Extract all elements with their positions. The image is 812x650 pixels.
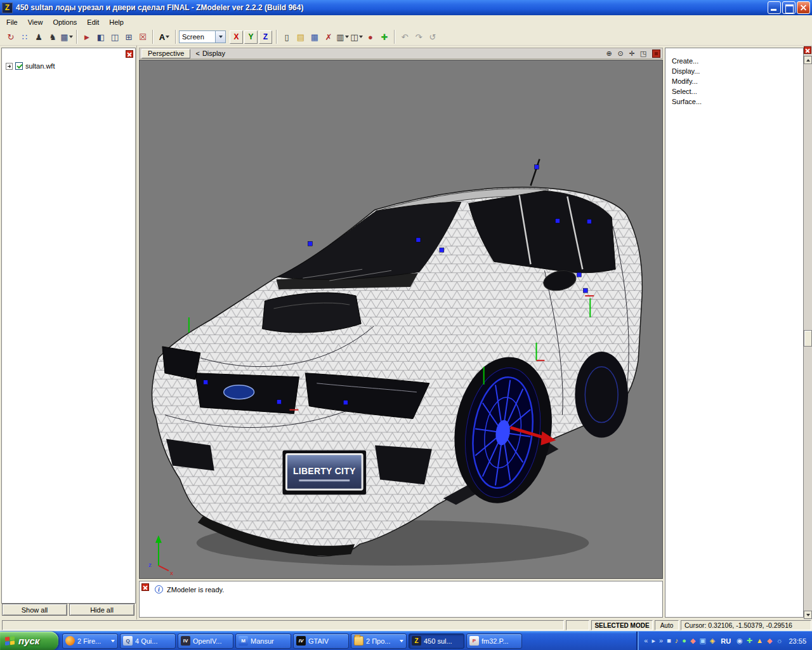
antivirus-icon[interactable]: ◆ <box>690 637 695 644</box>
viewport-delete-button[interactable]: ☒ <box>136 30 150 44</box>
zoom-select-icon[interactable]: ⊙ <box>615 49 625 58</box>
windows-taskbar: пуск 2 Fire... Q 4 Qui... IV OpenIV... M… <box>0 631 812 650</box>
paste-button[interactable]: ▥ <box>336 30 350 44</box>
scroll-up-icon[interactable] <box>804 56 812 64</box>
tray-app-5-icon[interactable]: ☼ <box>776 637 782 644</box>
taskbar-button-zmodeler-active[interactable]: Z 450 sul... <box>409 633 464 649</box>
commands-list: Create... Display... Modify... Select...… <box>665 48 804 618</box>
menu-view[interactable]: View <box>23 17 48 28</box>
menu-display[interactable]: Display... <box>665 66 803 76</box>
tray-app-1-icon[interactable]: ◉ <box>737 637 743 644</box>
menu-select[interactable]: Select... <box>665 86 803 96</box>
menu-help[interactable]: Help <box>104 17 129 28</box>
marker-tool-button[interactable]: ► <box>80 30 94 44</box>
undo-button[interactable]: ↶ <box>398 30 412 44</box>
car-model[interactable]: LIBERTY CITY <box>152 159 643 557</box>
messenger-icon[interactable]: ● <box>682 637 686 644</box>
license-plate-text: LIBERTY CITY <box>293 466 356 476</box>
axis-z-button[interactable]: Z <box>259 30 272 44</box>
start-button[interactable]: пуск <box>0 632 58 650</box>
pan-icon[interactable]: ✛ <box>627 49 637 58</box>
panel-close-icon[interactable] <box>804 46 811 54</box>
taskbar-button-openiv[interactable]: IV OpenIV... <box>178 633 233 649</box>
viewport-3d-canvas[interactable]: LIBERTY CITY <box>140 60 662 578</box>
media-forward-icon[interactable]: » <box>659 637 663 644</box>
bone-tool-button[interactable]: ♟ <box>32 30 46 44</box>
perspective-button[interactable]: Perspective <box>141 49 190 58</box>
tray-app-3-icon[interactable]: ▲ <box>756 637 763 644</box>
perspective-viewport[interactable]: LIBERTY CITY <box>139 60 663 579</box>
right-scrollbar[interactable] <box>804 46 812 620</box>
expand-plus-icon[interactable] <box>6 63 13 70</box>
scrollbar-thumb[interactable] <box>804 330 812 347</box>
history-button[interactable]: ↺ <box>426 30 440 44</box>
axis-y-button[interactable]: Y <box>244 30 258 44</box>
hide-all-button[interactable]: Hide all <box>69 604 134 616</box>
menu-create[interactable]: Create... <box>665 56 803 66</box>
figure-tool-button[interactable]: ♞ <box>46 30 60 44</box>
close-button[interactable] <box>797 1 810 14</box>
toolbar-separator <box>76 30 77 44</box>
dropdown-arrow-icon[interactable] <box>215 31 225 43</box>
new-file-button[interactable]: ▯ <box>280 30 294 44</box>
menu-modify[interactable]: Modify... <box>665 76 803 86</box>
grid-snap-button[interactable]: ▦ <box>60 30 74 44</box>
menu-options[interactable]: Options <box>48 17 82 28</box>
scene-tree[interactable]: sultan.wft <box>1 48 136 604</box>
display-menu-label[interactable]: Display <box>202 50 225 57</box>
save-file-button[interactable]: ▦ <box>308 30 322 44</box>
redo-button[interactable]: ↷ <box>412 30 426 44</box>
view-back-arrow[interactable]: < <box>195 50 199 57</box>
taskbar-button-qui[interactable]: Q 4 Qui... <box>120 633 176 649</box>
menu-edit[interactable]: Edit <box>82 17 104 28</box>
tray-app-4-icon[interactable]: ◆ <box>767 637 772 644</box>
zoom-in-icon[interactable]: ⊕ <box>604 49 614 58</box>
visibility-checkbox[interactable] <box>15 62 23 70</box>
delete-x-icon: ✗ <box>325 33 332 41</box>
taskbar-button-mansur[interactable]: M Mansur <box>235 633 291 649</box>
maximize-button[interactable] <box>782 1 796 14</box>
language-indicator[interactable]: RU <box>719 637 733 645</box>
menu-file[interactable]: File <box>1 17 23 28</box>
taskbar-button-folder-group[interactable]: 2 Про... <box>351 633 407 649</box>
viewport-quad-button[interactable]: ⊞ <box>122 30 136 44</box>
maximize-view-icon[interactable]: ◳ <box>638 49 648 58</box>
open-file-button[interactable]: ▤ <box>294 30 308 44</box>
taskbar-clock[interactable]: 23:55 <box>789 637 806 645</box>
status-pane-blank <box>2 620 564 630</box>
plugins-button[interactable]: ✚ <box>377 30 391 44</box>
panel-close-icon[interactable] <box>126 50 133 58</box>
network-icon[interactable]: ▣ <box>699 637 705 644</box>
media-rewind-icon[interactable]: « <box>644 637 648 644</box>
tree-item-sultan[interactable]: sultan.wft <box>6 62 55 70</box>
menu-surface[interactable]: Surface... <box>665 96 803 107</box>
taskbar-button-gtaiv[interactable]: IV GTAIV <box>293 633 349 649</box>
scroll-down-icon[interactable] <box>804 611 812 619</box>
taskbar-button-firefox[interactable]: 2 Fire... <box>62 633 118 649</box>
viewport-split-button[interactable]: ◫ <box>108 30 122 44</box>
log-close-icon[interactable] <box>141 583 149 591</box>
screen-mode-dropdown[interactable]: Screen <box>179 30 226 43</box>
viewport-lock-button[interactable] <box>652 50 660 58</box>
volume-icon[interactable]: ♪ <box>675 637 679 644</box>
axis-x-button[interactable]: X <box>230 30 243 44</box>
media-stop-icon[interactable]: ■ <box>667 637 671 644</box>
media-play-icon[interactable]: ▸ <box>652 637 655 644</box>
font-tool-button[interactable]: A <box>156 30 173 44</box>
delete-button[interactable]: ✗ <box>322 30 336 44</box>
rotate-tool-button[interactable]: ↻ <box>4 30 18 44</box>
viewport-single-button[interactable]: ◧ <box>94 30 108 44</box>
tray-app-2-icon[interactable]: ✚ <box>747 637 752 644</box>
letter-a-icon: A <box>159 32 165 42</box>
copy-button[interactable]: ◫ <box>350 30 363 44</box>
record-button[interactable]: ● <box>363 30 377 44</box>
status-auto[interactable]: Auto <box>655 620 679 630</box>
start-label: пуск <box>18 635 39 646</box>
minimize-button[interactable] <box>768 1 781 14</box>
taskbar-button-fm32[interactable]: P fm32.P... <box>466 633 522 649</box>
show-all-button[interactable]: Show all <box>2 604 67 616</box>
output-log[interactable]: i ZModeler is ready. <box>139 581 663 618</box>
update-icon[interactable]: ◈ <box>710 637 715 644</box>
vertex-mode-button[interactable]: ∷ <box>18 30 32 44</box>
qui-icon: Q <box>123 636 133 646</box>
